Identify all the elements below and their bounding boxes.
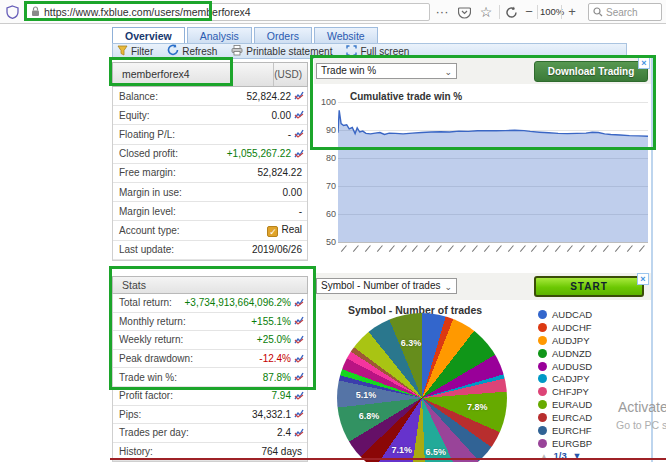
legend-dot-icon bbox=[538, 374, 547, 383]
tab-analysis[interactable]: Analysis bbox=[187, 27, 252, 43]
legend-item: EURCHF bbox=[538, 424, 592, 437]
legend-item: AUDUSD bbox=[538, 360, 592, 373]
chart-icon[interactable] bbox=[294, 409, 304, 419]
chart-icon[interactable] bbox=[294, 428, 304, 438]
metric-select[interactable]: Trade win % ⌄ bbox=[316, 63, 457, 79]
tab-overview[interactable]: Overview bbox=[112, 27, 185, 43]
legend-item: AUDJPY bbox=[538, 334, 592, 347]
legend-item: EURAUD bbox=[538, 398, 592, 411]
chart-icon[interactable] bbox=[294, 129, 304, 139]
table-row: Closed profit:+1,055,267.22 bbox=[113, 145, 307, 164]
row-label: Equity: bbox=[113, 110, 272, 121]
ad-close-button[interactable]: × bbox=[638, 57, 650, 69]
url-text: https://www.fxblue.com/users/memberforex… bbox=[44, 6, 251, 18]
x-tick-label bbox=[388, 245, 394, 252]
legend-dot-icon bbox=[538, 413, 547, 422]
filter-icon bbox=[117, 45, 131, 58]
legend-label: AUDNZD bbox=[552, 348, 592, 359]
chart-icon[interactable] bbox=[294, 149, 304, 159]
x-tick-label bbox=[591, 245, 597, 252]
chart-icon[interactable] bbox=[294, 354, 304, 364]
row-value: 764 days bbox=[261, 446, 307, 457]
table-row: Equity:0.00 bbox=[113, 106, 307, 125]
x-tick-label bbox=[460, 245, 466, 252]
bookmark-star-icon[interactable]: ☆ bbox=[478, 0, 494, 24]
chart-icon[interactable] bbox=[294, 298, 304, 308]
row-label: Monthly return: bbox=[113, 316, 251, 327]
chart-icon[interactable] bbox=[294, 372, 304, 382]
lock-icon bbox=[31, 3, 40, 21]
chart-icon[interactable] bbox=[294, 316, 304, 326]
row-label: Trade win %: bbox=[113, 372, 263, 383]
zoom-in-button[interactable]: + bbox=[565, 0, 579, 24]
filter-button[interactable]: Filter bbox=[117, 45, 153, 58]
chart-icon[interactable] bbox=[294, 391, 304, 401]
table-row: Margin in use:0.00 bbox=[113, 183, 307, 202]
legend-label: EURAUD bbox=[552, 399, 592, 410]
x-tick-label bbox=[519, 245, 525, 252]
row-value: 2019/06/26 bbox=[252, 244, 307, 255]
legend-label: AUDCHF bbox=[552, 322, 592, 333]
legend-dot-icon bbox=[538, 349, 547, 358]
refresh-button[interactable]: Refresh bbox=[167, 44, 217, 58]
table-row: Total return:+3,734,913,664,096.2% bbox=[113, 294, 307, 313]
table-row: Peak drawdown:-12.4% bbox=[113, 350, 307, 369]
stats-table: Total return:+3,734,913,664,096.2%Monthl… bbox=[112, 294, 308, 462]
y-tick-label: 50 bbox=[316, 237, 336, 247]
zoom-out-button[interactable]: − bbox=[522, 0, 536, 24]
row-label: Floating P/L: bbox=[113, 129, 288, 140]
symbol-pie-chart: Symbol - Number of trades 7.8%6.5%7.1%6.… bbox=[314, 300, 666, 462]
pie-metric-select-value: Symbol - Number of trades bbox=[321, 280, 441, 291]
chart-icon[interactable] bbox=[294, 91, 304, 101]
x-tick-label bbox=[567, 245, 573, 252]
gridline bbox=[338, 242, 648, 243]
x-tick-label bbox=[603, 245, 609, 252]
table-row: Monthly return:+155.1% bbox=[113, 313, 307, 332]
row-value: 0.00 bbox=[283, 187, 307, 198]
printable-statement-button[interactable]: Printable statement bbox=[231, 45, 332, 58]
x-tick-label bbox=[555, 245, 561, 252]
full-screen-button[interactable]: Full screen bbox=[346, 45, 409, 58]
search-input[interactable]: Search bbox=[588, 3, 662, 21]
x-tick-label bbox=[543, 245, 549, 252]
ad-close-button[interactable]: × bbox=[637, 273, 649, 285]
y-tick-label: 100 bbox=[316, 97, 336, 107]
row-label: Weekly return: bbox=[113, 334, 257, 345]
pie-slice-label: 6.3% bbox=[394, 338, 428, 348]
legend-dot-icon bbox=[538, 426, 547, 435]
row-label: Peak drawdown: bbox=[113, 353, 259, 364]
x-tick-label bbox=[531, 245, 537, 252]
pie-metric-select[interactable]: Symbol - Number of trades ⌄ bbox=[316, 278, 457, 294]
row-label: Margin level: bbox=[113, 206, 299, 217]
y-tick-label: 70 bbox=[316, 181, 336, 191]
activate-watermark-line2: Go to PC s bbox=[616, 419, 666, 431]
row-label: Trades per day: bbox=[113, 427, 277, 438]
tab-website[interactable]: Website bbox=[314, 27, 378, 43]
tab-orders[interactable]: Orders bbox=[254, 27, 312, 43]
x-tick-label bbox=[472, 245, 478, 252]
row-value: +3,734,913,664,096.2% bbox=[185, 297, 307, 308]
start-ad-button[interactable]: START bbox=[534, 276, 644, 297]
row-value: - bbox=[299, 206, 307, 217]
url-bar[interactable]: https://www.fxblue.com/users/memberforex… bbox=[24, 3, 430, 21]
legend-dot-icon bbox=[538, 439, 547, 448]
table-row: Balance:52,824.22 bbox=[113, 87, 307, 106]
chart-icon[interactable] bbox=[294, 335, 304, 345]
x-tick-label bbox=[626, 245, 632, 252]
legend-item: EURGBP bbox=[538, 437, 592, 450]
account-header: memberforex4 (USD) bbox=[112, 62, 308, 87]
reload-icon[interactable] bbox=[505, 5, 518, 23]
x-tick-label bbox=[615, 245, 621, 252]
table-row: Account type:✓Real bbox=[113, 221, 307, 240]
chart-icon[interactable] bbox=[294, 110, 304, 120]
row-label: Last update: bbox=[113, 244, 252, 255]
pocket-icon[interactable] bbox=[458, 5, 471, 23]
page-actions-icon[interactable]: ··· bbox=[432, 0, 452, 24]
legend-item: AUDCAD bbox=[538, 308, 592, 321]
printer-icon bbox=[231, 45, 246, 58]
download-platform-button[interactable]: Download Trading Platform bbox=[534, 61, 648, 82]
x-tick-label bbox=[496, 245, 502, 252]
tracking-shield-icon[interactable] bbox=[6, 5, 19, 23]
chart-title: Cumulative trade win % bbox=[350, 91, 462, 102]
account-currency: (USD) bbox=[274, 63, 307, 86]
